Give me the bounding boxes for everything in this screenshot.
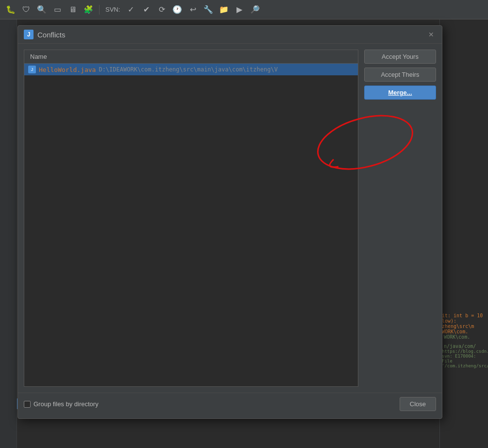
monitor-icon[interactable]: 🖥 bbox=[66, 3, 80, 17]
folder-icon[interactable]: 📁 bbox=[217, 3, 231, 17]
dialog-titlebar: J Conflicts ✕ bbox=[18, 26, 442, 44]
file-name: HelloWorld.java bbox=[39, 66, 96, 73]
wrench-icon[interactable]: 🔧 bbox=[202, 3, 215, 17]
status-svn: svn: E170004: File '/com.itzheng/src/mai… bbox=[442, 354, 486, 368]
run-icon[interactable]: ▶ bbox=[233, 3, 246, 17]
right-panel: WORK\com. n/java/com/ it: int b = 10 low… bbox=[439, 19, 488, 448]
commit-icon[interactable]: ✓ bbox=[124, 3, 137, 17]
status-url: https://blog.csdn.net/qq_44757034 bbox=[442, 349, 486, 354]
dialog-content: Name J HelloWorld.java D:\IDEAWORK\com.i… bbox=[18, 44, 442, 393]
accept-theirs-button[interactable]: Accept Theirs bbox=[364, 68, 436, 82]
dialog-title: Conflicts bbox=[37, 31, 422, 39]
bug-icon[interactable]: 🐛 bbox=[4, 3, 17, 17]
close-button[interactable]: Close bbox=[400, 397, 436, 411]
group-files-checkbox-label[interactable]: Group files by directory bbox=[24, 400, 99, 408]
conflicts-dialog: J Conflicts ✕ Name J HelloWorld.java D:\… bbox=[17, 25, 442, 419]
status-low: low): bbox=[442, 318, 486, 324]
status-zheng: zheng\src\m bbox=[442, 324, 486, 329]
inspect-icon[interactable]: 🔍 bbox=[35, 3, 49, 17]
app-icon: J bbox=[24, 30, 34, 39]
svn-label: SVN: bbox=[105, 6, 120, 13]
close-icon[interactable]: ✕ bbox=[426, 30, 436, 39]
group-files-checkbox[interactable] bbox=[24, 401, 31, 408]
status-work: WORK\com. bbox=[442, 329, 486, 334]
revert-icon[interactable]: ↩ bbox=[186, 3, 200, 17]
left-sidebar bbox=[0, 19, 17, 448]
check-icon[interactable]: ✔ bbox=[139, 3, 153, 17]
search2-icon[interactable]: 🔎 bbox=[248, 3, 262, 17]
puzzle-icon[interactable]: 🧩 bbox=[82, 3, 95, 17]
update-icon[interactable]: ⟳ bbox=[155, 3, 168, 17]
accept-yours-button[interactable]: Accept Yours bbox=[364, 50, 436, 64]
shield-icon[interactable]: 🛡 bbox=[19, 3, 33, 17]
file-path: D:\IDEAWORK\com.itzheng\src\main\java\co… bbox=[99, 66, 277, 73]
toolbar: 🐛 🛡 🔍 ▭ 🖥 🧩 SVN: ✓ ✔ ⟳ 🕐 ↩ 🔧 📁 ▶ 🔎 bbox=[0, 0, 488, 19]
history-icon[interactable]: 🕐 bbox=[170, 3, 184, 17]
checkbox-text: Group files by directory bbox=[34, 400, 99, 408]
status-b: it: int b = 10 bbox=[442, 313, 486, 318]
merge-button[interactable]: Merge... bbox=[364, 86, 436, 100]
file-list: Name J HelloWorld.java D:\IDEAWORK\com.i… bbox=[24, 50, 358, 387]
dialog-footer: Group files by directory Close bbox=[18, 393, 442, 415]
file-list-body[interactable]: J HelloWorld.java D:\IDEAWORK\com.itzhen… bbox=[24, 64, 358, 386]
toolbar-sep1 bbox=[99, 5, 100, 15]
java-file-icon: J bbox=[28, 66, 36, 73]
box-icon[interactable]: ▭ bbox=[50, 3, 64, 17]
action-buttons: Accept Yours Accept Theirs Merge... bbox=[358, 50, 436, 387]
file-list-header: Name bbox=[24, 50, 358, 64]
table-row[interactable]: J HelloWorld.java D:\IDEAWORK\com.itzhen… bbox=[24, 64, 358, 75]
